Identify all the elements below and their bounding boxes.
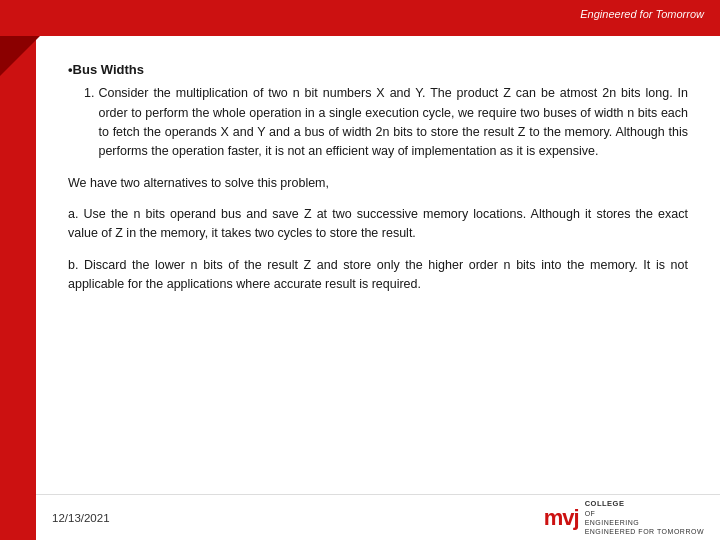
bullet-title: •Bus Widths (68, 60, 688, 80)
corner-accent (0, 36, 40, 76)
header-tagline: Engineered for Tomorrow (580, 8, 704, 20)
item1-text: Consider the multiplication of two n bit… (98, 84, 688, 162)
mvj-college: College (585, 499, 704, 509)
mvj-of: of (585, 509, 704, 518)
left-stripe (0, 36, 36, 540)
paragraph-option-a: a. Use the n bits operand bus and save Z… (68, 205, 688, 244)
numbered-section: 1. Consider the multiplication of two n … (84, 84, 688, 162)
mvj-letters: mvj (544, 505, 579, 531)
mvj-logo: mvj College of Engineering Engineered fo… (544, 499, 704, 536)
item1-number: 1. (84, 84, 94, 162)
mvj-engineering: Engineering (585, 518, 704, 527)
footer: 12/13/2021 mvj College of Engineering En… (0, 494, 720, 540)
numbered-item-1: 1. Consider the multiplication of two n … (84, 84, 688, 162)
paragraph-alternatives: We have two alternatives to solve this p… (68, 174, 688, 193)
main-content: •Bus Widths 1. Consider the multiplicati… (36, 36, 720, 504)
mvj-text-block: College of Engineering Engineered for To… (585, 499, 704, 536)
paragraph-option-b: b. Discard the lower n bits of the resul… (68, 256, 688, 295)
footer-date: 12/13/2021 (52, 512, 110, 524)
mvj-tagline: Engineered for Tomorrow (585, 527, 704, 536)
